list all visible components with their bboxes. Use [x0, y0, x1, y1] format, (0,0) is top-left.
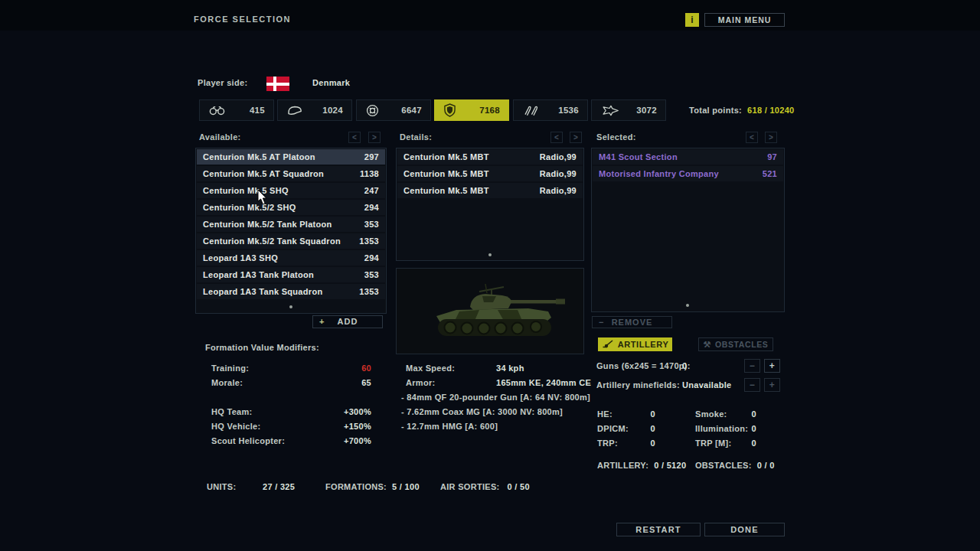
category-recon-points: 415 [250, 106, 265, 115]
category-infantry-points: 1024 [322, 106, 343, 115]
helmet-icon [287, 105, 302, 116]
details-page-next-button[interactable]: > [570, 132, 582, 143]
info-icon[interactable]: i [685, 13, 699, 27]
restart-button[interactable]: RESTART [616, 523, 701, 536]
weapon-line: - 7.62mm Coax MG [A: 3000 NV: 800m] [401, 407, 563, 416]
category-recon-button[interactable]: 415 [199, 99, 274, 121]
selected-page-prev-button[interactable]: < [746, 132, 758, 143]
available-row[interactable]: Centurion Mk.5/2 Tank Platoon353 [197, 217, 385, 232]
obstacles-total-label: OBSTACLES: [695, 461, 752, 470]
category-vehicle-button[interactable]: 6647 [356, 99, 431, 121]
category-tank-button[interactable]: 7168 [434, 99, 509, 121]
unit-info: Radio,99 [540, 152, 577, 161]
formations-value: 5 / 100 [392, 482, 420, 491]
unit-name: Centurion Mk.5 SHQ [203, 186, 364, 195]
total-points: Total points: 618 / 10240 [689, 106, 795, 115]
unit-preview-panel [396, 268, 584, 354]
hq-vehicle-value: +150% [306, 422, 371, 431]
trp-label: TRP: [597, 439, 618, 448]
he-value: 0 [620, 409, 655, 419]
weapon-line: - 84mm QF 20-pounder Gun [A: 64 NV: 800m… [401, 393, 590, 402]
hq-vehicle-label: HQ Vehicle: [211, 422, 260, 431]
details-page-prev-button[interactable]: < [550, 132, 563, 143]
total-points-value: 618 / 10240 [747, 106, 794, 115]
unit-name: Centurion Mk.5/2 Tank Squadron [203, 236, 359, 246]
unit-price: 294 [364, 253, 379, 262]
category-ammo-button[interactable]: 1536 [513, 99, 588, 121]
unit-name: Centurion Mk.5 MBT [403, 186, 540, 195]
max-speed-label: Max Speed: [406, 364, 455, 373]
training-label: Training: [211, 364, 249, 373]
details-row[interactable]: Centurion Mk.5 MBTRadio,99 [397, 183, 583, 198]
unit-name: Leopard 1A3 Tank Platoon [203, 270, 364, 279]
available-list: Centurion Mk.5 AT Platoon297 Centurion M… [195, 148, 387, 314]
player-country: Denmark [312, 78, 350, 87]
artillery-gun-icon [602, 339, 614, 350]
available-row[interactable]: Centurion Mk.5 SHQ247 [197, 183, 385, 198]
minefields-label: Artillery minefields: [596, 380, 680, 390]
player-side-label: Player side: [198, 78, 247, 87]
available-row[interactable]: Centurion Mk.5/2 Tank Squadron1353 [197, 233, 385, 249]
main-menu-button[interactable]: MAIN MENU [704, 13, 785, 27]
available-row[interactable]: Leopard 1A3 Tank Squadron1353 [197, 284, 385, 299]
binoculars-icon [209, 105, 225, 116]
unit-price: 297 [364, 152, 379, 161]
available-row[interactable]: Leopard 1A3 SHQ294 [197, 250, 385, 266]
details-title: Details: [400, 132, 432, 142]
selected-page-next-button[interactable]: > [765, 132, 777, 143]
dpicm-value: 0 [620, 424, 655, 433]
ammo-icon [523, 104, 539, 116]
unit-name: Centurion Mk.5 AT Platoon [203, 152, 364, 161]
available-page-prev-button[interactable]: < [348, 132, 361, 143]
mouse-cursor [257, 190, 269, 207]
unit-name: Leopard 1A3 Tank Squadron [203, 287, 359, 296]
available-row[interactable]: Centurion Mk.5 AT Platoon297 [197, 149, 385, 165]
illumination-value: 0 [720, 424, 756, 433]
artillery-tab[interactable]: ARTILLERY [598, 337, 672, 351]
plus-icon: + [319, 316, 325, 328]
guns-decrease-button[interactable]: − [744, 359, 760, 373]
denmark-flag-icon [266, 77, 289, 91]
unit-price: 353 [364, 270, 379, 279]
scout-helicopter-label: Scout Helicopter: [211, 436, 285, 445]
tank-image [406, 276, 574, 347]
available-page-next-button[interactable]: > [368, 132, 381, 143]
available-row[interactable]: Centurion Mk.5/2 SHQ294 [197, 200, 385, 215]
obstacles-tab[interactable]: ⚒ OBSTACLES [698, 337, 773, 351]
scout-helicopter-value: +700% [306, 436, 371, 445]
minefields-increase-button[interactable]: + [764, 378, 780, 392]
remove-button-label: REMOVE [612, 318, 653, 327]
add-button[interactable]: + ADD [312, 315, 383, 328]
weapon-line: - 12.7mm HMG [A: 600] [401, 422, 498, 431]
selected-list: M41 Scout Section97 Motorised Infantry C… [591, 148, 785, 312]
details-row[interactable]: Centurion Mk.5 MBTRadio,99 [397, 166, 583, 181]
total-points-label: Total points: [689, 106, 742, 115]
unit-name: Centurion Mk.5 MBT [403, 152, 540, 161]
available-row[interactable]: Centurion Mk.5 AT Squadron1138 [197, 166, 385, 181]
unit-price: 521 [763, 169, 777, 178]
minus-icon: − [599, 317, 604, 328]
selected-page-dot [686, 304, 689, 307]
category-infantry-button[interactable]: 1024 [277, 99, 352, 121]
guns-label: Guns (6x245 = 1470p): [596, 361, 691, 370]
remove-button[interactable]: − REMOVE [592, 316, 672, 328]
unit-name: M41 Scout Section [599, 152, 767, 161]
selected-row[interactable]: M41 Scout Section97 [593, 149, 783, 165]
hq-team-value: +300% [306, 407, 371, 416]
unit-price: 353 [364, 220, 379, 229]
flag-cross-horizontal [266, 83, 289, 86]
armor-value: 165mm KE, 240mm CE [496, 378, 591, 387]
page-title: FORCE SELECTION [194, 15, 291, 24]
he-label: HE: [597, 409, 612, 419]
guns-increase-button[interactable]: + [764, 359, 780, 373]
obstacles-tab-label: OBSTACLES [715, 340, 768, 349]
trp-value: 0 [620, 439, 655, 448]
minefields-decrease-button[interactable]: − [744, 378, 760, 392]
unit-info: Radio,99 [540, 186, 577, 195]
done-button[interactable]: DONE [704, 523, 785, 536]
selected-row[interactable]: Motorised Infantry Company521 [593, 166, 783, 181]
details-row[interactable]: Centurion Mk.5 MBTRadio,99 [397, 149, 583, 165]
category-tank-points: 7168 [479, 106, 500, 115]
available-row[interactable]: Leopard 1A3 Tank Platoon353 [197, 267, 385, 282]
category-air-button[interactable]: 3072 [591, 99, 666, 121]
